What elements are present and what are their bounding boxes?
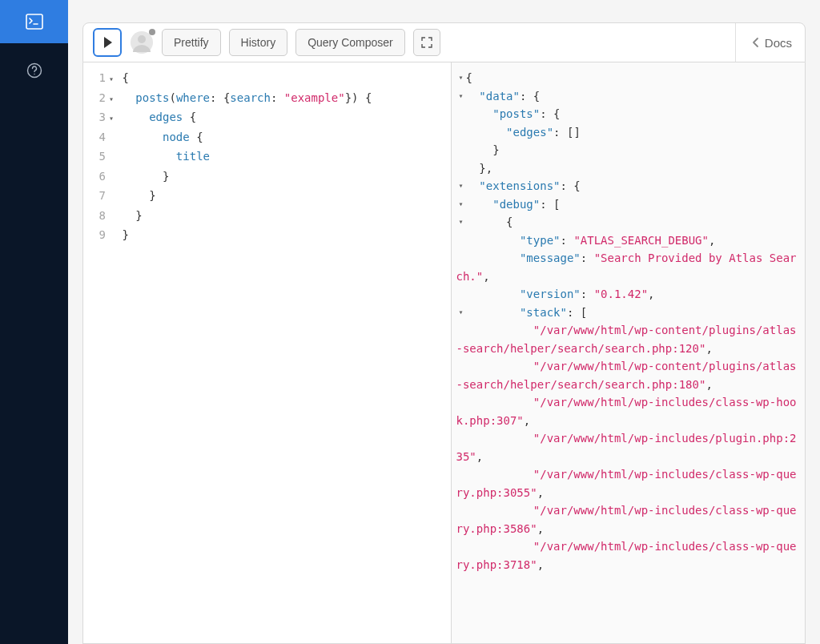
result-viewer[interactable]: ▾{▾ "data": { "posts": { "edges": [] } }… — [452, 62, 806, 643]
result-line: } — [456, 141, 798, 159]
result-line: "/var/www/html/wp-includes/plugin.php:23… — [456, 429, 798, 465]
line-number: 6 — [88, 167, 106, 186]
query-line[interactable]: 6 } — [88, 167, 443, 187]
fold-icon[interactable]: ▾ — [107, 70, 115, 89]
fold-icon[interactable] — [107, 227, 115, 246]
result-line: "message": "Search Provided by Atlas Sea… — [456, 249, 798, 285]
fullscreen-button[interactable] — [413, 29, 440, 56]
terminal-icon — [26, 14, 43, 30]
help-icon — [26, 62, 42, 78]
result-line: "/var/www/html/wp-includes/class-wp-quer… — [456, 537, 798, 574]
result-line: }, — [456, 159, 798, 178]
result-line: "version": "0.1.42", — [456, 285, 798, 304]
docs-link[interactable]: Docs — [735, 23, 805, 62]
fold-icon[interactable] — [456, 501, 466, 520]
docs-label: Docs — [765, 36, 792, 50]
fullscreen-icon — [420, 36, 433, 49]
query-composer-button[interactable]: Query Composer — [295, 29, 405, 56]
result-line: ▾{ — [456, 69, 798, 87]
result-line: "/var/www/html/wp-content/plugins/atlas-… — [456, 357, 798, 393]
avatar-status-dot — [149, 29, 155, 35]
fold-icon[interactable]: ▾ — [107, 91, 115, 109]
fold-icon[interactable] — [456, 429, 466, 448]
user-avatar[interactable] — [130, 30, 154, 54]
result-line: "/var/www/html/wp-includes/class-wp-hook… — [456, 393, 798, 429]
result-line: "/var/www/html/wp-includes/class-wp-quer… — [456, 465, 798, 501]
fold-icon[interactable] — [456, 393, 466, 412]
line-number: 4 — [88, 128, 106, 147]
result-line: "/var/www/html/wp-includes/class-wp-quer… — [456, 501, 798, 537]
fold-icon[interactable] — [456, 357, 466, 376]
svg-point-5 — [138, 35, 146, 43]
query-line[interactable]: 5 title — [88, 147, 443, 167]
fold-icon[interactable]: ▾ — [456, 213, 466, 231]
result-line: "/var/www/html/wp-content/plugins/atlas-… — [456, 321, 798, 357]
result-line: ▾ "debug": [ — [456, 195, 798, 214]
fold-icon[interactable] — [107, 130, 115, 148]
fold-icon[interactable]: ▾ — [456, 304, 466, 322]
fold-icon[interactable] — [107, 188, 115, 207]
result-line: "type": "ATLAS_SEARCH_DEBUG", — [456, 231, 798, 250]
fold-icon[interactable] — [456, 159, 466, 178]
result-line: "posts": { — [456, 105, 798, 123]
query-line[interactable]: 8 } — [88, 207, 443, 227]
fold-icon[interactable] — [107, 208, 115, 227]
line-number: 9 — [88, 226, 106, 244]
fold-icon[interactable] — [456, 123, 466, 142]
result-line: ▾ { — [456, 213, 798, 231]
fold-icon[interactable] — [456, 141, 466, 159]
left-sidebar — [0, 0, 68, 644]
fold-icon[interactable] — [456, 537, 466, 556]
main-area: Prettify History Query Composer Docs 1▾ … — [68, 0, 820, 644]
svg-point-3 — [34, 74, 34, 74]
result-line: ▾ "extensions": { — [456, 177, 798, 195]
fold-icon[interactable] — [456, 321, 466, 340]
fold-icon[interactable] — [456, 285, 466, 304]
query-editor[interactable]: 1▾ {2▾ posts(where: {search: "example"})… — [83, 62, 452, 643]
run-button[interactable] — [93, 28, 122, 57]
history-button[interactable]: History — [229, 29, 288, 56]
fold-icon[interactable] — [456, 465, 466, 484]
sidebar-terminal-button[interactable] — [0, 0, 68, 43]
fold-icon[interactable] — [456, 231, 466, 250]
result-line: ▾ "data": { — [456, 87, 798, 106]
query-line[interactable]: 7 } — [88, 187, 443, 207]
fold-icon[interactable] — [107, 149, 115, 167]
fold-icon[interactable]: ▾ — [107, 110, 115, 128]
chevron-left-icon — [752, 37, 760, 48]
fold-icon[interactable] — [107, 169, 115, 187]
fold-icon[interactable]: ▾ — [456, 69, 466, 87]
result-line: ▾ "stack": [ — [456, 304, 798, 322]
fold-icon[interactable]: ▾ — [456, 177, 466, 195]
fold-icon[interactable]: ▾ — [456, 195, 466, 214]
editor-area: 1▾ {2▾ posts(where: {search: "example"})… — [82, 62, 806, 644]
query-line[interactable]: 9 } — [88, 226, 443, 246]
line-number: 8 — [88, 207, 106, 225]
sidebar-help-button[interactable] — [26, 62, 42, 82]
result-line: "edges": [] — [456, 123, 798, 142]
query-line[interactable]: 1▾ { — [88, 69, 443, 89]
line-number: 2 — [88, 89, 106, 107]
query-line[interactable]: 3▾ edges { — [88, 108, 443, 128]
fold-icon[interactable] — [456, 105, 466, 123]
line-number: 3 — [88, 108, 106, 127]
svg-rect-0 — [26, 14, 42, 29]
fold-icon[interactable]: ▾ — [456, 87, 466, 106]
line-number: 5 — [88, 147, 106, 166]
query-line[interactable]: 2▾ posts(where: {search: "example"}) { — [88, 89, 443, 109]
fold-icon[interactable] — [456, 249, 466, 268]
line-number: 1 — [88, 69, 106, 87]
line-number: 7 — [88, 187, 106, 205]
toolbar: Prettify History Query Composer Docs — [82, 22, 806, 62]
prettify-button[interactable]: Prettify — [162, 29, 221, 56]
query-line[interactable]: 4 node { — [88, 128, 443, 148]
play-icon — [104, 37, 112, 48]
